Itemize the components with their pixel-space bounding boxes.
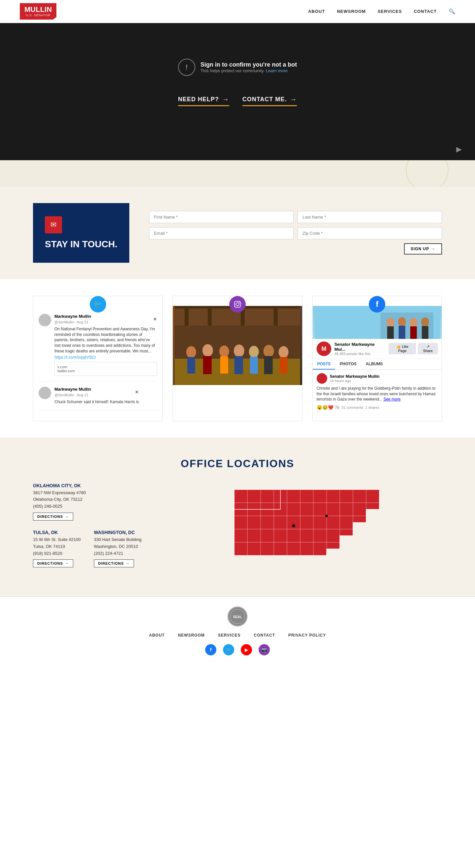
facebook-actions: 👍 Like Page ↗ Share bbox=[389, 343, 438, 354]
directions-arrow-icon: → bbox=[65, 515, 69, 519]
tweet-2: Markwayne Mullin @SenMullin · Aug 21 ✕ C… bbox=[38, 387, 157, 410]
dc-directions-arrow-icon: → bbox=[126, 561, 130, 565]
facebook-post-avatar bbox=[317, 373, 327, 384]
footer-nav-contact[interactable]: CONTACT bbox=[254, 633, 275, 638]
tulsa-directions-arrow-icon: → bbox=[65, 561, 69, 565]
facebook-tabs: POSTS PHOTOS ALBUMS bbox=[313, 359, 442, 370]
instagram-card-header bbox=[173, 296, 302, 312]
footer-nav-about[interactable]: ABOUT bbox=[149, 633, 165, 638]
facebook-post-author: Senator Markwayne Mullin bbox=[330, 374, 380, 379]
tweet-1-text: On National Fentanyl Prevention and Awar… bbox=[54, 327, 157, 354]
video-icon[interactable]: ▶ bbox=[456, 145, 462, 154]
svg-rect-22 bbox=[264, 356, 273, 374]
bot-check-body: This helps protect our community. Learn … bbox=[201, 68, 297, 73]
tweet-2-x-icon: ✕ bbox=[135, 389, 139, 395]
office-okc-directions-button[interactable]: DIRECTIONS → bbox=[33, 513, 73, 521]
signup-arrow-icon: → bbox=[431, 247, 436, 251]
office-dc-directions-button[interactable]: DIRECTIONS → bbox=[94, 559, 134, 567]
footer-nav-newsroom[interactable]: NEWSROOM bbox=[178, 633, 205, 638]
footer-instagram-icon[interactable]: 📷 bbox=[259, 644, 270, 655]
facebook-see-more-link[interactable]: See more bbox=[383, 397, 400, 402]
logo-box: MULLIN U.S. SENATOR bbox=[20, 3, 56, 20]
svg-rect-12 bbox=[187, 357, 195, 373]
svg-rect-24 bbox=[280, 357, 288, 373]
office-tulsa-title: TULSA, OK bbox=[33, 530, 81, 535]
fb-avatar-svg: M bbox=[317, 342, 331, 356]
nav-newsroom[interactable]: NEWSROOM bbox=[337, 9, 365, 14]
office-tulsa-directions-button[interactable]: DIRECTIONS → bbox=[33, 559, 73, 567]
office-dc-phone: (202) 224-4721 bbox=[94, 550, 142, 557]
footer-facebook-icon[interactable]: f bbox=[205, 644, 216, 655]
nav-about[interactable]: ABOUT bbox=[308, 9, 325, 14]
twitter-icon: 🐦 bbox=[90, 296, 106, 312]
need-help-label: NEED HELP? bbox=[178, 96, 219, 103]
facebook-like-page-button[interactable]: 👍 Like Page bbox=[389, 343, 416, 354]
facebook-tab-posts[interactable]: POSTS bbox=[313, 359, 335, 370]
footer-twitter-icon[interactable]: 🐦 bbox=[223, 644, 234, 655]
facebook-post: Senator Markwayne Mullin 14 hours ago Ch… bbox=[313, 370, 442, 413]
stay-in-touch-section: ✉ STAY IN TOUCH. SIGN UP → bbox=[0, 187, 475, 279]
logo[interactable]: MULLIN U.S. SENATOR bbox=[20, 3, 56, 20]
svg-point-2 bbox=[239, 302, 240, 303]
office-okc: OKLAHOMA CITY, OK 3817 NW Expressway #78… bbox=[33, 483, 158, 521]
svg-point-13 bbox=[203, 344, 213, 357]
tweet-2-handle: @SenMullin · Aug 21 bbox=[54, 393, 88, 397]
facebook-post-meta: Senator Markwayne Mullin 14 hours ago bbox=[330, 374, 380, 383]
instagram-card-body bbox=[173, 306, 302, 392]
footer-nav: ABOUT NEWSROOM SERVICES CONTACT PRIVACY … bbox=[20, 633, 455, 638]
first-name-input[interactable] bbox=[149, 211, 294, 223]
facebook-profile-info: Senator Markwayne Mul... 48,483 people l… bbox=[334, 342, 385, 356]
facebook-tab-albums[interactable]: ALBUMS bbox=[361, 359, 387, 370]
facebook-share-button[interactable]: ↗ Share bbox=[418, 343, 438, 354]
footer-seal: SEAL bbox=[20, 607, 455, 626]
video-strip: ▶ bbox=[0, 142, 475, 160]
signup-button[interactable]: SIGN UP → bbox=[404, 243, 442, 254]
svg-point-19 bbox=[249, 346, 259, 358]
zip-input[interactable] bbox=[298, 227, 442, 239]
search-icon[interactable]: 🔍 bbox=[449, 8, 455, 14]
svg-rect-16 bbox=[220, 356, 228, 373]
footer-social: f 🐦 ▶ 📷 bbox=[20, 644, 455, 655]
need-help-button[interactable]: NEED HELP? → bbox=[178, 96, 229, 106]
last-name-input[interactable] bbox=[298, 211, 442, 223]
svg-rect-0 bbox=[235, 301, 240, 307]
signup-label: SIGN UP bbox=[411, 247, 429, 251]
arrow-icon: → bbox=[222, 96, 229, 103]
office-dc: WASHINGTON, DC 330 Hart Senate Building … bbox=[94, 530, 142, 567]
nav-contact[interactable]: CONTACT bbox=[414, 9, 437, 14]
map-dot-okc bbox=[292, 524, 295, 527]
nav-services[interactable]: SERVICES bbox=[378, 9, 402, 14]
office-dc-address2: Washington, DC 20510 bbox=[94, 543, 142, 550]
twitter-card-body: Markwayne Mullin @SenMullin · Aug 21 ✕ O… bbox=[33, 306, 162, 421]
email-input[interactable] bbox=[149, 227, 294, 239]
facebook-tab-photos[interactable]: PHOTOS bbox=[335, 359, 361, 370]
svg-point-21 bbox=[264, 345, 274, 358]
stay-in-touch-panel: ✉ STAY IN TOUCH. bbox=[33, 203, 129, 263]
facebook-shares-count: 1 shares bbox=[365, 405, 379, 409]
tweet-x-icon: ✕ bbox=[153, 316, 157, 322]
svg-point-29 bbox=[398, 317, 406, 327]
seal-area bbox=[0, 160, 475, 187]
mail-icon: ✉ bbox=[45, 216, 62, 234]
instagram-icon bbox=[229, 296, 246, 312]
footer-nav-services[interactable]: SERVICES bbox=[218, 633, 240, 638]
footer-youtube-icon[interactable]: ▶ bbox=[241, 644, 252, 655]
tweet-1-handle: @SenMullin · Aug 21 bbox=[54, 320, 88, 324]
social-section: 🐦 Markwayne Mullin @SenMullin · Aug 21 ✕ bbox=[0, 279, 475, 438]
facebook-comments-count: 31 comments bbox=[342, 405, 363, 409]
tweet-1-link[interactable]: https://t.co/m5vpj8V5Ez bbox=[54, 355, 96, 360]
contact-me-button[interactable]: CONTACT ME. → bbox=[242, 96, 297, 106]
svg-point-33 bbox=[421, 317, 429, 327]
footer-seal-image: SEAL bbox=[228, 607, 247, 626]
svg-rect-38 bbox=[234, 490, 280, 509]
svg-point-31 bbox=[409, 318, 417, 327]
logo-name: MULLIN bbox=[24, 5, 52, 13]
twitter-card: 🐦 Markwayne Mullin @SenMullin · Aug 21 ✕ bbox=[33, 296, 162, 421]
site-footer: SEAL ABOUT NEWSROOM SERVICES CONTACT PRI… bbox=[0, 596, 475, 665]
learn-more-link[interactable]: Learn more bbox=[266, 68, 288, 73]
tweet-1-name: Markwayne Mullin bbox=[54, 314, 91, 319]
footer-nav-privacy[interactable]: PRIVACY POLICY bbox=[288, 633, 326, 638]
facebook-card-body: M Senator Markwayne Mul... 48,483 people… bbox=[313, 306, 442, 413]
office-list: OKLAHOMA CITY, OK 3817 NW Expressway #78… bbox=[33, 483, 158, 577]
twitter-card-header: 🐦 bbox=[33, 296, 162, 312]
